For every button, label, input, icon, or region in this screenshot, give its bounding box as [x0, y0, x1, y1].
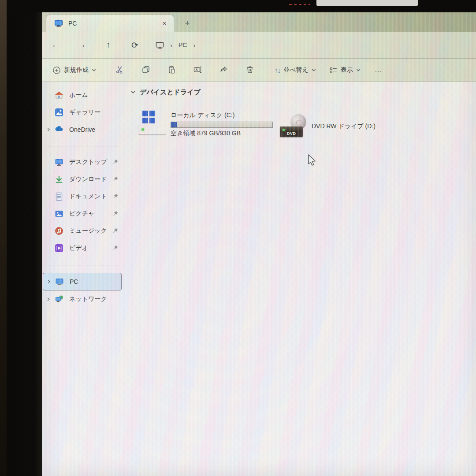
- sort-button[interactable]: ↑↓ 並べ替え: [271, 63, 320, 77]
- monitor-bezel-left: [7, 0, 42, 476]
- more-options-button[interactable]: …: [371, 63, 386, 77]
- refresh-button[interactable]: ⟳: [127, 37, 142, 52]
- sidebar-item-label: ビデオ: [69, 244, 112, 252]
- chevron-down-icon: [312, 68, 316, 72]
- tab-pc[interactable]: PC ×: [46, 15, 174, 32]
- collapse-chevron-icon: [130, 89, 136, 97]
- mouse-cursor: [308, 154, 317, 169]
- view-layout-icon: [329, 66, 338, 74]
- sidebar-item-documents[interactable]: ドキュメント: [42, 188, 124, 205]
- copy-icon: [141, 65, 150, 75]
- music-icon: [55, 227, 63, 235]
- sort-arrows-icon: ↑↓: [275, 67, 280, 74]
- sidebar-item-home[interactable]: ホーム: [42, 86, 124, 104]
- drive-usage-fill: [171, 122, 177, 127]
- photo-of-monitor: PC × + ← → ↑ ⟳ › PC ›: [0, 0, 476, 476]
- dvd-badge: DVD: [285, 131, 298, 136]
- chevron-down-icon: [356, 68, 361, 72]
- sidebar-item-gallery[interactable]: ギャラリー: [42, 104, 124, 121]
- command-toolbar: 新規作成: [42, 59, 476, 82]
- view-label: 表示: [341, 66, 353, 74]
- paste-button[interactable]: [164, 62, 180, 78]
- share-button[interactable]: [216, 62, 232, 78]
- view-button[interactable]: 表示: [326, 63, 364, 77]
- devices-and-drives-section-header[interactable]: デバイスとドライブ: [130, 88, 476, 97]
- delete-button[interactable]: [242, 62, 258, 78]
- drive-list: ローカル ディスク (C:) 空き領域 879 GB/930 GB: [130, 111, 476, 140]
- pin-icon: [112, 159, 119, 165]
- expand-chevron-icon[interactable]: [45, 295, 52, 303]
- sidebar-item-pictures[interactable]: ピクチャ: [42, 205, 124, 222]
- breadcrumb: › PC ›: [156, 41, 201, 49]
- sidebar-item-music[interactable]: ミュージック: [42, 222, 124, 239]
- sidebar-item-videos[interactable]: ビデオ: [42, 239, 124, 257]
- new-item-button[interactable]: 新規作成: [49, 63, 100, 77]
- dvd-tray-icon: DVD: [280, 126, 303, 137]
- new-item-label: 新規作成: [64, 66, 89, 74]
- sidebar-item-label: ネットワーク: [69, 295, 124, 303]
- expand-chevron-icon[interactable]: [45, 278, 53, 286]
- tab-title: PC: [68, 20, 159, 27]
- drive-c-name: ローカル ディスク (C:): [171, 111, 273, 119]
- sidebar-item-desktop[interactable]: デスクトップ: [42, 153, 124, 171]
- sidebar-item-label: PC: [70, 278, 121, 285]
- sidebar-item-label: ドキュメント: [69, 193, 112, 201]
- expand-chevron-icon[interactable]: [45, 126, 52, 134]
- sidebar-item-onedrive[interactable]: OneDrive: [42, 121, 124, 138]
- pin-icon: [112, 210, 119, 217]
- drive-d-name: DVD RW ドライブ (D:): [312, 123, 376, 130]
- cut-button[interactable]: [112, 62, 128, 78]
- share-icon: [219, 65, 228, 75]
- sidebar-item-label: ミュージック: [69, 227, 112, 235]
- sidebar-item-network[interactable]: ネットワーク: [42, 290, 124, 308]
- navigation-bar: ← → ↑ ⟳ › PC ›: [42, 32, 476, 59]
- videos-icon: [55, 244, 63, 253]
- this-pc-icon[interactable]: [156, 41, 164, 49]
- network-icon: [55, 295, 63, 304]
- background-paper-label: [316, 0, 418, 6]
- drive-c-tile[interactable]: ローカル ディスク (C:) 空き領域 879 GB/930 GB: [138, 111, 273, 138]
- background-wall-strip: [0, 0, 7, 476]
- explorer-window: PC × + ← → ↑ ⟳ › PC ›: [42, 12, 476, 476]
- up-button[interactable]: ↑: [101, 37, 116, 52]
- home-icon: [55, 91, 63, 100]
- sidebar-item-pc[interactable]: PC: [43, 273, 122, 290]
- background-red-marks: [289, 4, 310, 5]
- pin-icon: [112, 193, 119, 200]
- drive-d-tile[interactable]: DVD DVD RW ドライブ (D:): [280, 113, 376, 140]
- this-pc-icon: [54, 19, 63, 28]
- back-button[interactable]: ←: [48, 37, 63, 52]
- paste-icon: [167, 65, 176, 75]
- windows-logo-icon: [142, 111, 155, 123]
- sidebar-item-downloads[interactable]: ダウンロード: [42, 171, 124, 188]
- sidebar-item-label: ダウンロード: [69, 175, 112, 183]
- breadcrumb-segment-pc[interactable]: PC: [178, 41, 187, 48]
- new-tab-button[interactable]: +: [181, 17, 193, 30]
- rename-icon: [193, 65, 202, 75]
- desktop-icon: [55, 158, 63, 167]
- document-icon: [55, 192, 63, 201]
- sidebar-item-label: デスクトップ: [69, 158, 112, 166]
- pin-icon: [112, 245, 119, 251]
- trash-icon: [245, 65, 254, 75]
- hard-drive-icon: [138, 124, 166, 134]
- pictures-icon: [55, 209, 63, 218]
- section-title: デバイスとドライブ: [140, 88, 201, 97]
- breadcrumb-chevron-icon: ›: [170, 41, 172, 49]
- pin-icon: [112, 176, 119, 182]
- chevron-down-icon: [92, 68, 96, 72]
- tab-close-button[interactable]: ×: [159, 18, 170, 29]
- explorer-body: ホーム ギャラリー OneDrive: [42, 82, 476, 476]
- drive-usage-bar: [171, 122, 273, 128]
- sidebar-item-label: ホーム: [69, 91, 124, 99]
- forward-button[interactable]: →: [74, 37, 89, 52]
- tab-strip: PC × +: [42, 12, 476, 32]
- navigation-pane: ホーム ギャラリー OneDrive: [42, 82, 124, 476]
- sidebar-divider: [45, 265, 119, 265]
- sidebar-item-label: ピクチャ: [69, 210, 112, 218]
- breadcrumb-chevron-icon: ›: [193, 41, 195, 49]
- rename-button[interactable]: [190, 62, 206, 78]
- copy-button[interactable]: [138, 62, 154, 78]
- sidebar-item-label: ギャラリー: [69, 108, 124, 116]
- drive-led: [141, 128, 144, 131]
